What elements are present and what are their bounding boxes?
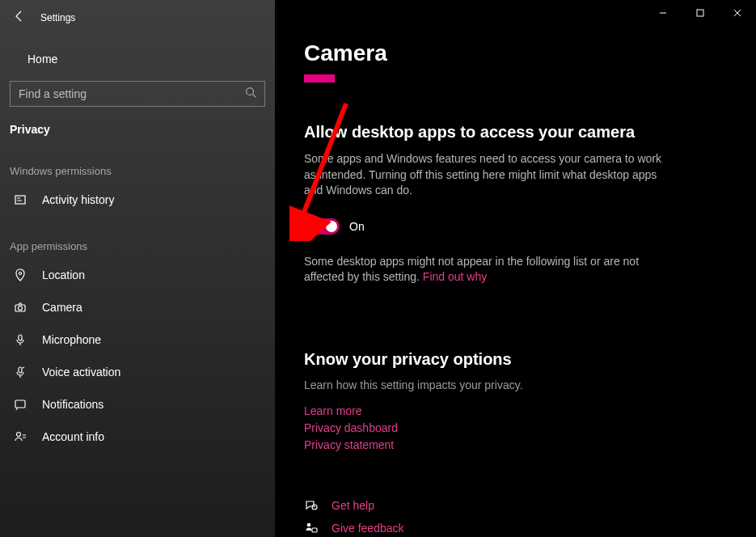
desktop-apps-note: Some desktop apps might not appear in th…	[304, 254, 676, 285]
know-privacy-heading: Know your privacy options	[304, 350, 727, 369]
sidebar-item-activity-history[interactable]: Activity history	[0, 184, 275, 216]
svg-rect-5	[19, 335, 22, 340]
sidebar-item-microphone[interactable]: Microphone	[0, 323, 275, 356]
sidebar-item-label: Microphone	[42, 333, 101, 346]
location-icon	[13, 268, 27, 281]
sidebar-item-notifications[interactable]: Notifications	[0, 388, 275, 421]
sidebar-item-label: Account info	[42, 430, 104, 443]
svg-point-11	[307, 523, 311, 527]
notifications-icon	[13, 398, 27, 411]
give-feedback-icon	[304, 522, 319, 535]
privacy-statement-link[interactable]: Privacy statement	[304, 437, 727, 454]
camera-icon	[13, 301, 27, 314]
toggle-state-label: On	[349, 220, 365, 233]
svg-rect-12	[312, 528, 317, 532]
search-box[interactable]	[10, 81, 265, 107]
account-info-icon	[13, 430, 27, 443]
back-icon[interactable]	[13, 10, 26, 26]
get-help-link[interactable]: Get help	[332, 499, 374, 512]
sidebar-item-label: Voice activation	[42, 366, 120, 378]
svg-point-8	[17, 433, 21, 437]
sidebar-item-label: Location	[42, 268, 85, 281]
allow-desktop-apps-body: Some apps and Windows features need to a…	[304, 151, 676, 199]
svg-point-0	[247, 88, 254, 95]
activity-history-icon	[13, 193, 27, 206]
know-privacy-subtitle: Learn how this setting impacts your priv…	[304, 378, 727, 391]
sidebar-item-home[interactable]: Home	[0, 44, 275, 74]
get-help-icon	[304, 499, 319, 512]
search-input[interactable]	[19, 87, 213, 100]
privacy-dashboard-link[interactable]: Privacy dashboard	[304, 420, 727, 437]
svg-rect-9	[697, 10, 703, 16]
svg-rect-6	[19, 367, 22, 373]
home-label: Home	[27, 53, 57, 66]
titlebar: Settings	[0, 0, 275, 36]
allow-desktop-apps-toggle[interactable]	[304, 218, 340, 235]
sidebar-item-voice-activation[interactable]: Voice activation	[0, 356, 275, 388]
svg-point-2	[19, 273, 22, 275]
section-app-permissions: App permissions	[0, 216, 275, 259]
sidebar-item-label: Activity history	[42, 193, 114, 206]
microphone-icon	[13, 333, 27, 346]
sidebar-item-location[interactable]: Location	[0, 259, 275, 291]
give-feedback-link[interactable]: Give feedback	[332, 522, 404, 535]
learn-more-link[interactable]: Learn more	[304, 403, 727, 420]
allow-desktop-apps-heading: Allow desktop apps to access your camera	[304, 123, 727, 142]
window-title: Settings	[40, 12, 75, 23]
minimize-button[interactable]	[644, 0, 682, 26]
pink-accent-bar	[304, 74, 335, 82]
toggle-knob	[326, 221, 337, 232]
sidebar: Settings Home Privacy Windows permission…	[0, 0, 275, 537]
privacy-label: Privacy	[0, 113, 275, 141]
find-out-why-link[interactable]: Find out why	[423, 270, 487, 283]
sidebar-item-label: Notifications	[42, 398, 103, 411]
section-windows-permissions: Windows permissions	[0, 141, 275, 184]
sidebar-item-camera[interactable]: Camera	[0, 291, 275, 323]
sidebar-item-account-info[interactable]: Account info	[0, 421, 275, 453]
voice-activation-icon	[13, 366, 27, 378]
sidebar-item-label: Camera	[42, 301, 82, 314]
search-icon	[245, 87, 256, 101]
content-area: Camera Allow desktop apps to access your…	[275, 0, 756, 537]
give-feedback-row[interactable]: Give feedback	[304, 517, 727, 537]
window-controls	[644, 0, 756, 26]
svg-rect-1	[15, 196, 25, 204]
get-help-row[interactable]: Get help	[304, 494, 727, 517]
svg-rect-7	[15, 400, 25, 408]
close-button[interactable]	[719, 0, 756, 26]
svg-point-4	[19, 307, 23, 311]
page-title: Camera	[304, 40, 727, 66]
maximize-button[interactable]	[682, 0, 719, 26]
